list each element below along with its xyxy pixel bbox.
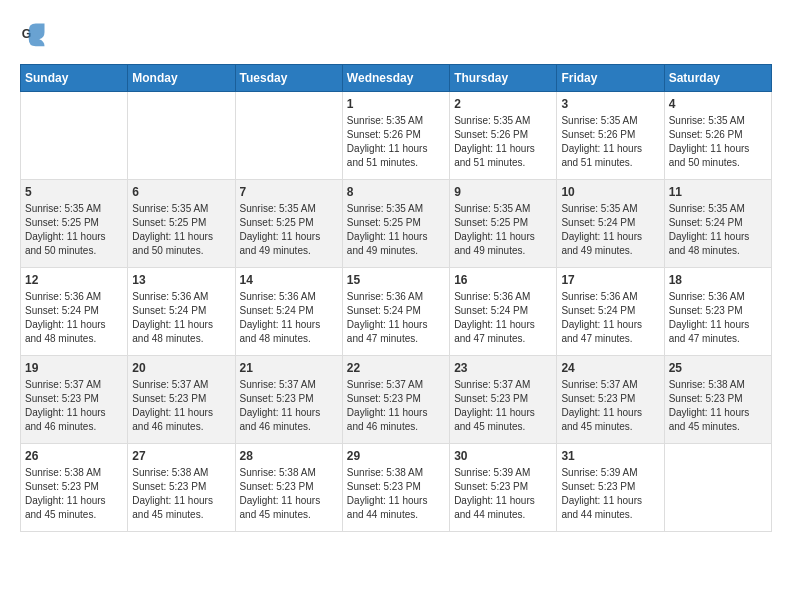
day-header-thursday: Thursday — [450, 65, 557, 92]
cell-info: Sunrise: 5:38 AM Sunset: 5:23 PM Dayligh… — [669, 378, 767, 434]
cell-info: Sunrise: 5:37 AM Sunset: 5:23 PM Dayligh… — [25, 378, 123, 434]
day-number: 11 — [669, 185, 767, 199]
calendar-cell: 16Sunrise: 5:36 AM Sunset: 5:24 PM Dayli… — [450, 268, 557, 356]
cell-info: Sunrise: 5:36 AM Sunset: 5:24 PM Dayligh… — [454, 290, 552, 346]
calendar-cell: 12Sunrise: 5:36 AM Sunset: 5:24 PM Dayli… — [21, 268, 128, 356]
calendar-cell: 6Sunrise: 5:35 AM Sunset: 5:25 PM Daylig… — [128, 180, 235, 268]
cell-info: Sunrise: 5:35 AM Sunset: 5:24 PM Dayligh… — [669, 202, 767, 258]
week-row-3: 12Sunrise: 5:36 AM Sunset: 5:24 PM Dayli… — [21, 268, 772, 356]
calendar-cell: 24Sunrise: 5:37 AM Sunset: 5:23 PM Dayli… — [557, 356, 664, 444]
day-number: 30 — [454, 449, 552, 463]
day-number: 3 — [561, 97, 659, 111]
calendar-cell: 17Sunrise: 5:36 AM Sunset: 5:24 PM Dayli… — [557, 268, 664, 356]
cell-info: Sunrise: 5:35 AM Sunset: 5:26 PM Dayligh… — [347, 114, 445, 170]
calendar-cell: 5Sunrise: 5:35 AM Sunset: 5:25 PM Daylig… — [21, 180, 128, 268]
day-number: 15 — [347, 273, 445, 287]
day-header-friday: Friday — [557, 65, 664, 92]
day-header-monday: Monday — [128, 65, 235, 92]
cell-info: Sunrise: 5:38 AM Sunset: 5:23 PM Dayligh… — [25, 466, 123, 522]
calendar-cell — [235, 92, 342, 180]
day-header-sunday: Sunday — [21, 65, 128, 92]
calendar-cell: 21Sunrise: 5:37 AM Sunset: 5:23 PM Dayli… — [235, 356, 342, 444]
cell-info: Sunrise: 5:39 AM Sunset: 5:23 PM Dayligh… — [454, 466, 552, 522]
cell-info: Sunrise: 5:36 AM Sunset: 5:24 PM Dayligh… — [347, 290, 445, 346]
day-number: 27 — [132, 449, 230, 463]
cell-info: Sunrise: 5:36 AM Sunset: 5:24 PM Dayligh… — [25, 290, 123, 346]
calendar-cell: 14Sunrise: 5:36 AM Sunset: 5:24 PM Dayli… — [235, 268, 342, 356]
day-header-saturday: Saturday — [664, 65, 771, 92]
day-number: 10 — [561, 185, 659, 199]
calendar-cell: 25Sunrise: 5:38 AM Sunset: 5:23 PM Dayli… — [664, 356, 771, 444]
calendar-cell: 26Sunrise: 5:38 AM Sunset: 5:23 PM Dayli… — [21, 444, 128, 532]
cell-info: Sunrise: 5:35 AM Sunset: 5:26 PM Dayligh… — [669, 114, 767, 170]
day-number: 28 — [240, 449, 338, 463]
calendar-cell: 3Sunrise: 5:35 AM Sunset: 5:26 PM Daylig… — [557, 92, 664, 180]
cell-info: Sunrise: 5:35 AM Sunset: 5:26 PM Dayligh… — [561, 114, 659, 170]
calendar-cell — [664, 444, 771, 532]
calendar-cell: 11Sunrise: 5:35 AM Sunset: 5:24 PM Dayli… — [664, 180, 771, 268]
cell-info: Sunrise: 5:35 AM Sunset: 5:25 PM Dayligh… — [132, 202, 230, 258]
cell-info: Sunrise: 5:38 AM Sunset: 5:23 PM Dayligh… — [132, 466, 230, 522]
cell-info: Sunrise: 5:35 AM Sunset: 5:25 PM Dayligh… — [25, 202, 123, 258]
calendar-cell — [128, 92, 235, 180]
day-number: 26 — [25, 449, 123, 463]
cell-info: Sunrise: 5:37 AM Sunset: 5:23 PM Dayligh… — [561, 378, 659, 434]
calendar-cell: 18Sunrise: 5:36 AM Sunset: 5:23 PM Dayli… — [664, 268, 771, 356]
logo-icon: G — [20, 20, 48, 48]
calendar-cell: 10Sunrise: 5:35 AM Sunset: 5:24 PM Dayli… — [557, 180, 664, 268]
day-number: 22 — [347, 361, 445, 375]
cell-info: Sunrise: 5:35 AM Sunset: 5:25 PM Dayligh… — [454, 202, 552, 258]
day-header-tuesday: Tuesday — [235, 65, 342, 92]
cell-info: Sunrise: 5:35 AM Sunset: 5:25 PM Dayligh… — [347, 202, 445, 258]
day-number: 25 — [669, 361, 767, 375]
day-number: 7 — [240, 185, 338, 199]
week-row-4: 19Sunrise: 5:37 AM Sunset: 5:23 PM Dayli… — [21, 356, 772, 444]
cell-info: Sunrise: 5:37 AM Sunset: 5:23 PM Dayligh… — [454, 378, 552, 434]
calendar-cell: 30Sunrise: 5:39 AM Sunset: 5:23 PM Dayli… — [450, 444, 557, 532]
header: G — [20, 20, 772, 48]
calendar-cell: 15Sunrise: 5:36 AM Sunset: 5:24 PM Dayli… — [342, 268, 449, 356]
calendar-cell: 29Sunrise: 5:38 AM Sunset: 5:23 PM Dayli… — [342, 444, 449, 532]
calendar-cell: 20Sunrise: 5:37 AM Sunset: 5:23 PM Dayli… — [128, 356, 235, 444]
day-number: 6 — [132, 185, 230, 199]
day-number: 2 — [454, 97, 552, 111]
cell-info: Sunrise: 5:35 AM Sunset: 5:25 PM Dayligh… — [240, 202, 338, 258]
calendar-cell: 1Sunrise: 5:35 AM Sunset: 5:26 PM Daylig… — [342, 92, 449, 180]
day-number: 23 — [454, 361, 552, 375]
day-number: 21 — [240, 361, 338, 375]
cell-info: Sunrise: 5:35 AM Sunset: 5:26 PM Dayligh… — [454, 114, 552, 170]
day-number: 16 — [454, 273, 552, 287]
calendar-cell: 9Sunrise: 5:35 AM Sunset: 5:25 PM Daylig… — [450, 180, 557, 268]
cell-info: Sunrise: 5:37 AM Sunset: 5:23 PM Dayligh… — [240, 378, 338, 434]
calendar-cell: 28Sunrise: 5:38 AM Sunset: 5:23 PM Dayli… — [235, 444, 342, 532]
calendar-cell: 4Sunrise: 5:35 AM Sunset: 5:26 PM Daylig… — [664, 92, 771, 180]
day-number: 31 — [561, 449, 659, 463]
cell-info: Sunrise: 5:38 AM Sunset: 5:23 PM Dayligh… — [347, 466, 445, 522]
calendar-cell: 27Sunrise: 5:38 AM Sunset: 5:23 PM Dayli… — [128, 444, 235, 532]
cell-info: Sunrise: 5:35 AM Sunset: 5:24 PM Dayligh… — [561, 202, 659, 258]
calendar-cell — [21, 92, 128, 180]
calendar-cell: 13Sunrise: 5:36 AM Sunset: 5:24 PM Dayli… — [128, 268, 235, 356]
day-number: 24 — [561, 361, 659, 375]
day-number: 8 — [347, 185, 445, 199]
cell-info: Sunrise: 5:39 AM Sunset: 5:23 PM Dayligh… — [561, 466, 659, 522]
calendar-cell: 7Sunrise: 5:35 AM Sunset: 5:25 PM Daylig… — [235, 180, 342, 268]
week-row-1: 1Sunrise: 5:35 AM Sunset: 5:26 PM Daylig… — [21, 92, 772, 180]
day-number: 20 — [132, 361, 230, 375]
cell-info: Sunrise: 5:36 AM Sunset: 5:24 PM Dayligh… — [132, 290, 230, 346]
cell-info: Sunrise: 5:37 AM Sunset: 5:23 PM Dayligh… — [347, 378, 445, 434]
day-number: 13 — [132, 273, 230, 287]
week-row-2: 5Sunrise: 5:35 AM Sunset: 5:25 PM Daylig… — [21, 180, 772, 268]
day-number: 18 — [669, 273, 767, 287]
day-number: 29 — [347, 449, 445, 463]
day-number: 4 — [669, 97, 767, 111]
day-number: 12 — [25, 273, 123, 287]
day-number: 17 — [561, 273, 659, 287]
logo: G — [20, 20, 52, 48]
calendar-cell: 31Sunrise: 5:39 AM Sunset: 5:23 PM Dayli… — [557, 444, 664, 532]
calendar-cell: 23Sunrise: 5:37 AM Sunset: 5:23 PM Dayli… — [450, 356, 557, 444]
day-number: 14 — [240, 273, 338, 287]
cell-info: Sunrise: 5:36 AM Sunset: 5:24 PM Dayligh… — [561, 290, 659, 346]
cell-info: Sunrise: 5:37 AM Sunset: 5:23 PM Dayligh… — [132, 378, 230, 434]
day-number: 9 — [454, 185, 552, 199]
